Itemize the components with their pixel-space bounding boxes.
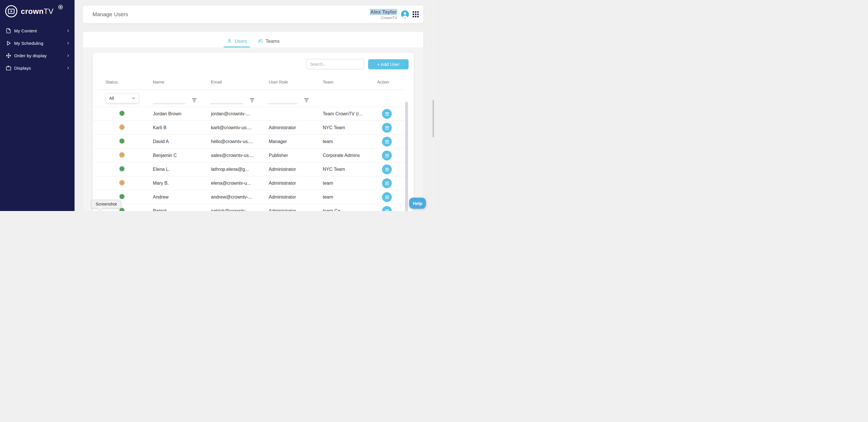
- cell-user-role: Administrator: [269, 190, 320, 204]
- row-actions-button menu-icon[interactable]: [382, 137, 392, 147]
- column-header-name: Name: [153, 80, 164, 84]
- column-header-user-role: User Role: [269, 80, 288, 84]
- status-dot: [119, 124, 125, 130]
- page-scrollbar-thumb[interactable]: [433, 100, 434, 137]
- sidebar-footer: Help Center Refer a friend, get $100 !: [0, 176, 74, 211]
- cell-team: Corporate Admins: [323, 149, 379, 162]
- chevron-right-icon: [66, 54, 70, 58]
- column-header-status: Status: [105, 80, 118, 84]
- row-actions-button menu-icon[interactable]: [382, 206, 392, 211]
- main-card: Users Teams + Add User Status Name Email…: [83, 32, 423, 211]
- filter-icon[interactable]: [304, 98, 309, 102]
- cell-name: Karli B: [153, 121, 208, 134]
- play-icon: [5, 40, 11, 46]
- row-actions-button menu-icon[interactable]: [382, 151, 392, 160]
- row-actions-button menu-icon[interactable]: [382, 178, 392, 188]
- cell-name: Andrew: [153, 190, 208, 204]
- cell-team: team Ca: [323, 204, 379, 211]
- sidebar-item-label: My Scheduling: [14, 41, 43, 46]
- cell-email: karli@crowntv-us....: [211, 121, 266, 134]
- chevron-right-icon: [66, 29, 70, 33]
- user-avatar-icon[interactable]: [401, 10, 409, 18]
- status-dot: [119, 166, 125, 172]
- cell-user-role: Administrator: [269, 204, 320, 211]
- name-filter-input[interactable]: [153, 96, 185, 104]
- table-row: Karli B karli@crowntv-us.... Administrat…: [93, 121, 405, 134]
- page-scrollbar[interactable]: [432, 0, 434, 211]
- brand-name: crownTV: [21, 7, 54, 16]
- tab-teams[interactable]: Teams: [256, 38, 281, 48]
- email-filter-input[interactable]: [210, 96, 243, 104]
- table-row: Patrick patrick@crowntv- Administrator t…: [93, 204, 405, 211]
- sidebar-item-order-by-display[interactable]: Order by display: [0, 50, 74, 62]
- row-actions-button menu-icon[interactable]: [382, 164, 392, 174]
- sidebar-item-displays[interactable]: Displays: [0, 62, 74, 74]
- table-row: David A hello@crowntv-us.... Manager tea…: [93, 134, 405, 148]
- cell-email: andrew@crowntv-...: [211, 190, 266, 204]
- tooltip-label: Screenshot: [96, 202, 117, 206]
- status-dot: [119, 194, 125, 200]
- cell-name: Elena L.: [153, 162, 208, 176]
- column-header-action: Action: [377, 80, 389, 84]
- cell-name: David A: [153, 135, 208, 148]
- screenshot-tooltip: Screenshot: [91, 200, 121, 208]
- cell-name: Patrick: [153, 204, 208, 211]
- status-dot: [119, 111, 125, 116]
- tab-label: Teams: [266, 38, 280, 44]
- tab-label: Users: [235, 38, 247, 44]
- cell-email: jordan@crowntv-...: [211, 107, 266, 121]
- header-separator: [99, 90, 404, 90]
- tabbar: Users Teams: [83, 32, 423, 48]
- table-row: Mary B. elena@crowntv-u... Administrator…: [93, 176, 405, 190]
- status-filter-select[interactable]: All: [105, 93, 139, 103]
- table-rows: Jordan Brown jordan@crowntv-... Team Cro…: [93, 107, 405, 211]
- cell-name: Benjamin C: [153, 149, 208, 162]
- status-filter-value: All: [109, 96, 132, 100]
- cell-email: patrick@crowntv-: [211, 204, 266, 211]
- cell-user-role: Administrator: [269, 121, 320, 134]
- sidebar-item-label: My Content: [14, 28, 37, 33]
- table-row: Elena L. lathrop.elena@g... Administrato…: [93, 162, 405, 176]
- sidebar-collapse-icon[interactable]: [58, 5, 63, 9]
- role-filter-input[interactable]: [268, 96, 297, 104]
- sidebar-item-my-scheduling[interactable]: My Scheduling: [0, 37, 74, 50]
- help-button[interactable]: Help: [409, 198, 426, 209]
- users-table-card: + Add User Status Name Email User Role T…: [93, 53, 414, 211]
- column-header-team: Team: [323, 80, 334, 84]
- sidebar-item-my-content[interactable]: My Content: [0, 25, 74, 37]
- page: crownTV My Content My S: [0, 0, 434, 211]
- header-card: Manage Users Alex Taylor CrownTV: [83, 5, 423, 23]
- table-row: Andrew andrew@crowntv-... Administrator …: [93, 190, 405, 204]
- filter-icon[interactable]: [249, 98, 254, 102]
- grid-apps-icon[interactable]: [413, 11, 419, 18]
- cell-user-role: Administrator: [269, 176, 320, 190]
- status-dot: [119, 138, 125, 144]
- add-user-button[interactable]: + Add User: [368, 59, 409, 69]
- tab-content: + Add User Status Name Email User Role T…: [83, 48, 423, 211]
- filter-icon[interactable]: [192, 98, 197, 102]
- cell-team: NYC Team: [323, 162, 379, 176]
- crowntv-logo-icon: [5, 5, 18, 18]
- user-texts: Alex Taylor CrownTV: [370, 9, 397, 20]
- cell-team: NYC Team: [323, 121, 379, 134]
- cell-name: Mary B.: [153, 176, 208, 190]
- users-icon: [257, 38, 263, 44]
- cell-name: Jordan Brown: [153, 107, 208, 121]
- cell-email: hello@crowntv-us....: [211, 135, 266, 148]
- user-block[interactable]: Alex Taylor CrownTV: [370, 5, 419, 23]
- cell-team: team: [323, 190, 379, 204]
- search-input[interactable]: [306, 59, 364, 69]
- row-actions-button menu-icon[interactable]: [382, 109, 392, 119]
- column-header-email: Email: [211, 80, 222, 84]
- sidebar-item-label: Order by display: [14, 53, 46, 58]
- sidebar-item-label: Displays: [14, 66, 31, 70]
- file-icon: [5, 28, 11, 34]
- tab-users[interactable]: Users: [225, 38, 249, 48]
- page-title: Manage Users: [92, 11, 128, 18]
- row-actions-button menu-icon[interactable]: [382, 192, 392, 202]
- chevron-down-icon: [132, 97, 135, 99]
- sidebar-nav: My Content My Scheduling Order by displa: [0, 25, 74, 74]
- table-scrollbar[interactable]: [405, 102, 408, 211]
- cell-team: team: [323, 135, 379, 148]
- row-actions-button menu-icon[interactable]: [382, 123, 392, 133]
